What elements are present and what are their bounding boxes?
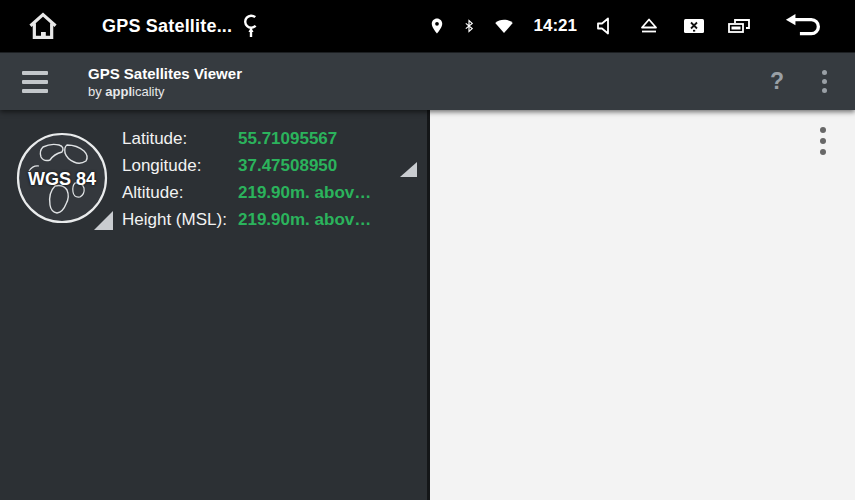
app-subtitle: by applicality [88, 84, 242, 99]
latitude-label: Latitude: [122, 129, 238, 149]
app-title-block: GPS Satellites Viewer by applicality [88, 65, 242, 99]
skyplot-overflow-icon[interactable] [820, 127, 826, 155]
skyplot-panel [430, 110, 855, 500]
content: WGS 84 Latitude: 55.71095567 Longitude: … [0, 110, 855, 500]
panel-collapse-handle-icon[interactable] [400, 162, 417, 177]
eject-icon[interactable] [635, 14, 663, 38]
longitude-value: 37.47508950 [238, 156, 371, 176]
datum-globe-icon: WGS 84 [15, 131, 109, 225]
info-panel: WGS 84 Latitude: 55.71095567 Longitude: … [0, 110, 427, 500]
bluetooth-icon [462, 15, 476, 37]
height-msl-label: Height (MSL): [122, 210, 238, 230]
overflow-menu-icon[interactable] [822, 70, 827, 93]
altitude-label: Altitude: [122, 183, 238, 203]
height-msl-value: 219.90m. abov… [238, 210, 371, 230]
help-button[interactable]: ? [770, 68, 784, 95]
screen: GPS Satellite... 14:21 [0, 0, 855, 500]
location-icon [428, 15, 446, 37]
latitude-value: 55.71095567 [238, 129, 371, 149]
status-bar: GPS Satellite... 14:21 [0, 0, 855, 52]
longitude-label: Longitude: [122, 156, 238, 176]
home-button-icon[interactable] [26, 10, 60, 42]
altitude-value: 219.90m. abov… [238, 183, 371, 203]
recent-apps-icon[interactable] [725, 14, 753, 38]
menu-icon[interactable] [22, 71, 48, 93]
back-icon[interactable] [783, 12, 827, 40]
skyplot [430, 110, 855, 500]
clock: 14:21 [534, 16, 577, 36]
status-bar-title: GPS Satellite... [102, 16, 232, 37]
app-title: GPS Satellites Viewer [88, 65, 242, 82]
coordinates-block: Latitude: 55.71095567 Longitude: 37.4750… [122, 129, 371, 230]
datum-label: WGS 84 [15, 169, 109, 190]
gps-fix-icon [242, 13, 260, 39]
app-bar: GPS Satellites Viewer by applicality ? [0, 52, 855, 110]
wifi-icon [492, 16, 516, 36]
volume-icon[interactable] [593, 14, 619, 38]
screen-off-icon[interactable] [679, 14, 709, 38]
